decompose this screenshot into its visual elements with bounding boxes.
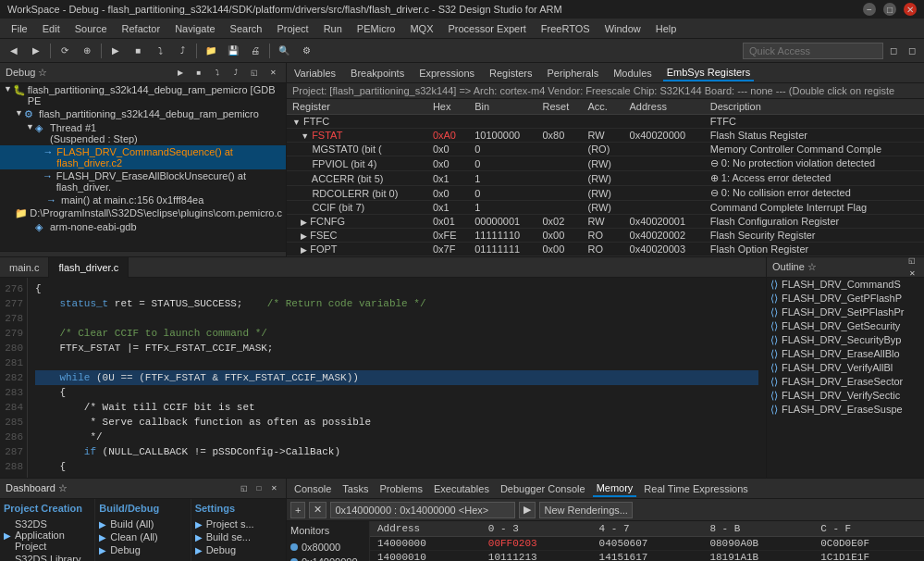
outline-collapse-btn[interactable]: ◱ [906,255,918,268]
toolbar-btn-7[interactable]: ⤵ [150,42,170,60]
outline-item[interactable]: ⟨⟩FLASH_DRV_GetSecurity [767,319,924,333]
reg-row[interactable]: ▶ FCNFG 0x01 00000001 0x02 RW 0x40020001… [287,215,924,229]
editor-content[interactable]: 276277278279280281282283284285286287288 … [0,278,766,478]
memory-tab-console[interactable]: Console [290,481,335,496]
editor-tab-flash_driverc[interactable]: flash_driver.c [49,257,129,278]
toolbar-btn-5[interactable]: ▶ [105,42,126,60]
menu-item-file[interactable]: File [4,21,35,36]
quick-access-input[interactable] [743,43,883,59]
dashboard-item[interactable]: ▶Project s... [195,517,282,530]
debug-tree-item-5[interactable]: →main() at main.c:156 0x1fff84ea [0,193,286,206]
memory-tab-tasks[interactable]: Tasks [339,481,372,496]
code-area[interactable]: { status_t ret = STATUS_SUCCESS; /* Retu… [28,278,766,478]
debug-close-btn[interactable]: ✕ [265,66,280,81]
menu-item-window[interactable]: Window [598,21,648,36]
menu-item-edit[interactable]: Edit [35,21,68,36]
outline-item[interactable]: ⟨⟩FLASH_DRV_CommandS [767,278,924,292]
outline-item[interactable]: ⟨⟩FLASH_DRV_EraseAllBlo [767,347,924,361]
reg-expand-icon[interactable]: ▶ [301,245,307,255]
menu-item-help[interactable]: Help [648,21,684,36]
reg-tab-expressions[interactable]: Expressions [415,66,478,81]
memory-tab-debugger-console[interactable]: Debugger Console [497,481,589,496]
reg-expand-icon[interactable]: ▶ [301,218,307,227]
toolbar-btn-12[interactable]: 🔍 [274,42,294,60]
debug-stop-btn[interactable]: ■ [191,66,206,81]
toolbar-btn-13[interactable]: ⚙ [296,42,316,60]
outline-item[interactable]: ⟨⟩FLASH_DRV_EraseSuspe [767,403,924,417]
dashboard-item[interactable]: ▶Debug [195,543,282,556]
reg-row[interactable]: CCIF (bit 7) 0x1 1 (RW) Command Complete… [287,201,924,215]
debug-collapse-btn[interactable]: ◱ [247,66,262,81]
outline-item[interactable]: ⟨⟩FLASH_DRV_VerifyAllBl [767,361,924,375]
outline-item[interactable]: ⟨⟩FLASH_DRV_SetPFlashPr [767,305,924,319]
menu-item-pemicro[interactable]: PEMicro [350,21,403,36]
debug-tree-item-1[interactable]: ▼⚙flash_partitioning_s32k144_debug_ram_p… [0,107,286,121]
menu-item-refactor[interactable]: Refactor [115,21,168,36]
memory-table-container[interactable]: Address0 - 34 - 78 - BC - F 14000000 00F… [370,521,924,561]
dashboard-item[interactable]: ▶Debug [99,543,186,556]
reg-expand-icon[interactable]: ▶ [301,231,307,241]
reg-row[interactable]: ACCERR (bit 5) 0x1 1 (RW) ⊕ 1: Access er… [287,171,924,186]
memory-remove-monitor-btn[interactable]: ✕ [309,502,326,518]
debug-tree-item-2[interactable]: ▼◈Thread #1 (Suspended : Step) [0,121,286,145]
minimize-button[interactable]: − [863,3,876,16]
debug-tree-item-6[interactable]: 📁D:\ProgramInstall\S32DS\eclipse\plugins… [0,206,286,220]
dashboard-item[interactable]: ▶Clean (All) [99,530,186,543]
memory-tab-executables[interactable]: Executables [430,481,493,496]
toolbar-btn-4[interactable]: ⊕ [77,42,97,60]
debug-tree-item-3[interactable]: →FLASH_DRV_CommandSequence() at flash_dr… [0,145,286,169]
outline-item[interactable]: ⟨⟩FLASH_DRV_GetPFlashP [767,292,924,305]
outline-item[interactable]: ⟨⟩FLASH_DRV_EraseSector [767,375,924,389]
maximize-button[interactable]: □ [883,3,896,16]
toolbar-btn-8[interactable]: ⤴ [172,42,192,60]
reg-tab-peripherals[interactable]: Peripherals [544,66,603,81]
toolbar-btn-10[interactable]: 💾 [223,42,243,60]
monitor-item[interactable]: 0x14000000 [290,555,365,561]
memory-row[interactable]: 14000000 00FF0203 04050607 08090A0B 0C0D… [370,537,924,551]
toolbar-icon-btn[interactable]: ◻ [885,42,902,60]
menu-item-run[interactable]: Run [316,21,350,36]
reg-row[interactable]: ▶ FSEC 0xFE 11111110 0x00 RO 0x40020002 … [287,229,924,243]
memory-tab-problems[interactable]: Problems [376,481,425,496]
reg-row[interactable]: ▶ FOPT 0x7F 01111111 0x00 RO 0x40020003 … [287,243,924,256]
outline-item[interactable]: ⟨⟩FLASH_DRV_SecurityByp [767,333,924,347]
dash-max-btn[interactable]: □ [253,482,265,495]
toolbar-btn-3[interactable]: ⟳ [55,42,75,60]
reg-row[interactable]: RDCOLERR (bit 0) 0x0 0 (RW) ⊖ 0: No coll… [287,186,924,201]
reg-row[interactable]: ▼ FTFC FTFC [287,115,924,129]
debug-tree-item-4[interactable]: →FLASH_DRV_EraseAllBlockUnsecure() at fl… [0,169,286,193]
menu-item-project[interactable]: Project [269,21,315,36]
toolbar-icon-btn2[interactable]: ◻ [904,42,920,60]
reg-tab-registers[interactable]: Registers [486,66,536,81]
debug-resume-btn[interactable]: ▶ [173,66,188,81]
debug-tree-item-0[interactable]: ▼🐛flash_partitioning_s32k144_debug_ram_p… [0,83,286,107]
monitor-item[interactable]: 0x80000 [290,540,365,555]
reg-tab-modules[interactable]: Modules [610,66,656,81]
editor-tab-mainc[interactable]: main.c [0,257,49,278]
menu-item-source[interactable]: Source [68,21,115,36]
dash-close-btn[interactable]: ✕ [267,482,280,495]
memory-go-btn[interactable]: ▶ [519,502,536,518]
reg-expand-icon[interactable]: ▼ [301,131,309,141]
toolbar-btn-6[interactable]: ■ [128,42,148,60]
close-button[interactable]: ✕ [904,3,917,16]
dashboard-item[interactable]: ▶S32DS Application Project [4,517,91,553]
reg-row[interactable]: FPVIOL (bit 4) 0x0 0 (RW) ⊖ 0: No protec… [287,156,924,171]
menu-item-mqx[interactable]: MQX [402,21,440,36]
toolbar-btn-2[interactable]: ▶ [26,42,46,60]
dashboard-item[interactable]: ▶Build (All) [99,517,186,530]
reg-row[interactable]: ▼ FSTAT 0xA0 10100000 0x80 RW 0x40020000… [287,129,924,143]
dashboard-item[interactable]: ▶Build se... [195,530,282,543]
debug-panel-resize[interactable] [0,251,286,256]
memory-add-monitor-btn[interactable]: + [290,502,305,518]
toolbar-btn-9[interactable]: 📁 [201,42,221,60]
menu-item-freertos[interactable]: FreeRTOS [534,21,598,36]
memory-tab-real-time-expressions[interactable]: Real Time Expressions [640,481,752,496]
menu-item-processor expert[interactable]: Processor Expert [440,21,533,36]
memory-address-input[interactable] [330,502,515,518]
reg-tab-embsys-registers[interactable]: EmbSys Registers [663,65,754,81]
reg-expand-icon[interactable]: ▼ [292,118,301,127]
menu-item-navigate[interactable]: Navigate [167,21,222,36]
reg-row[interactable]: MGSTAT0 (bit ( 0x0 0 (RO) Memory Control… [287,143,924,156]
debug-tree-item-7[interactable]: ◈arm-none-eabi-gdb [0,220,286,234]
